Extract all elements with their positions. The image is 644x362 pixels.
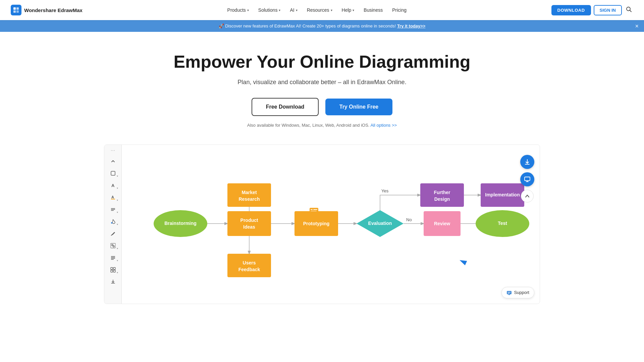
svg-rect-25 [113,270,115,272]
svg-rect-3 [16,10,19,13]
toolbar-dots[interactable]: ··· [111,147,115,154]
search-icon [626,6,632,12]
toolbar-export-btn[interactable] [107,276,119,288]
download-button[interactable]: DOWNLOAD [551,5,591,15]
flowchart-svg: Yes No Brainstorming Market Research Pro… [128,152,531,296]
nav-item-solutions[interactable]: Solutions ▾ [254,5,285,15]
svg-line-5 [630,10,631,12]
svg-text:Brainstorming: Brainstorming [164,221,197,226]
svg-text:Market: Market [241,190,257,195]
nav-item-resources[interactable]: Resources ▾ [303,5,336,15]
users-feedback-node[interactable] [227,254,271,277]
arrow-up-icon [525,194,530,198]
announcement-text: 🚀 Discover new features of EdrawMax AI! … [219,23,396,28]
nav-item-ai[interactable]: AI ▾ [286,5,301,15]
svg-text:Ideas: Ideas [243,224,255,230]
scroll-top-button[interactable] [521,190,534,202]
export-icon [110,279,116,285]
toolbar-fill-btn[interactable]: ▾ [107,216,119,227]
text-color-icon: A [110,195,116,200]
search-button[interactable] [625,5,633,15]
free-download-button[interactable]: Free Download [252,98,319,116]
text-icon: A [110,183,116,188]
nav-item-pricing[interactable]: Pricing [388,5,411,15]
svg-text:Implementation: Implementation [485,192,520,197]
toolbar-group-btn[interactable]: ▾ [107,240,119,251]
svg-text:Prototyping: Prototyping [303,221,330,226]
try-online-button[interactable]: Try Online Free [325,99,392,115]
download-icon [524,159,531,165]
chevron-down-icon: ▾ [296,8,298,12]
cursor-indicator [460,258,468,266]
sub-arrow-icon: ▾ [117,187,118,190]
shape-icon [110,171,116,176]
toolbar-text-btn[interactable]: A ▾ [107,180,119,191]
yes-label: Yes [381,188,389,193]
svg-rect-17 [113,246,114,247]
toolbar-pen-btn[interactable] [107,228,119,239]
svg-text:Feedback: Feedback [238,267,260,272]
svg-rect-24 [111,270,113,272]
sub-arrow-icon: ▾ [117,175,118,178]
fill-icon [110,219,116,224]
chevron-down-icon: ▾ [247,8,249,12]
announcement-bar: 🚀 Discover new features of EdrawMax AI! … [0,20,644,32]
signin-button[interactable]: SIGN IN [594,5,622,15]
further-design-node[interactable] [420,183,464,207]
chevron-down-icon: ▾ [353,8,354,12]
svg-text:Product: Product [240,218,258,223]
nav-actions: DOWNLOAD SIGN IN [551,5,633,15]
toolbar-layout-btn[interactable]: ▾ [107,264,119,276]
platforms-text: Also available for Windows, Mac, Linux, … [7,123,637,128]
hero-subtitle: Plan, visualize and collaborate better –… [7,79,637,86]
group-icon [110,243,116,248]
svg-text:Further: Further [434,190,451,195]
svg-text:Test: Test [498,221,507,226]
brand-name: Wondershare EdrawMax [24,7,83,13]
sub-arrow-icon: ▾ [117,247,118,250]
nav-item-business[interactable]: Business [360,5,387,15]
list-icon [110,255,116,260]
toolbar-shape-btn[interactable]: ▾ [107,168,119,179]
nav-links: Products ▾ Solutions ▾ AI ▾ Resources ▾ … [223,5,411,15]
sub-arrow-icon: ▾ [117,211,118,214]
diagram-container: ··· ▾ A ▾ A ▾ ▾ ▾ ▾ [104,144,540,304]
svg-rect-41 [311,209,313,210]
nav-item-products[interactable]: Products ▾ [223,5,253,15]
all-options-link[interactable]: All options >> [370,123,397,128]
svg-text:Review: Review [434,221,450,226]
market-research-node[interactable] [227,183,271,207]
toolbar-text-color-btn[interactable]: A ▾ [107,192,119,203]
svg-text:A: A [111,195,114,199]
chevron-down-icon: ▾ [279,8,280,12]
svg-marker-56 [508,294,510,295]
toolbar-list-btn[interactable]: ▾ [107,252,119,263]
support-label: Support [514,290,529,295]
svg-point-13 [111,222,112,224]
svg-rect-2 [13,10,16,13]
sub-arrow-icon: ▾ [117,271,118,274]
align-icon [110,207,116,212]
no-label: No [406,217,412,222]
support-button[interactable]: Support [501,287,534,298]
brand-logo[interactable]: Wondershare EdrawMax [11,5,83,15]
nav-item-help[interactable]: Help ▾ [338,5,359,15]
svg-rect-9 [111,199,115,199]
svg-text:Users: Users [243,260,256,265]
announcement-link[interactable]: Try it today>> [397,23,426,28]
svg-text:A: A [111,183,115,188]
close-banner-button[interactable]: × [635,22,639,29]
right-float-buttons [520,155,534,202]
edit-float-button[interactable] [520,172,534,186]
product-ideas-node[interactable] [227,211,271,236]
support-icon [506,290,512,295]
download-float-button[interactable] [520,155,534,169]
diagram-svg-wrapper: Yes No Brainstorming Market Research Pro… [122,145,540,304]
svg-rect-23 [113,267,115,269]
toolbar-collapse-btn[interactable] [107,156,119,167]
monitor-icon [524,176,531,183]
svg-rect-55 [507,291,512,294]
navbar: Wondershare EdrawMax Products ▾ Solution… [0,0,644,20]
svg-rect-22 [111,267,113,269]
toolbar-align-btn[interactable]: ▾ [107,204,119,215]
